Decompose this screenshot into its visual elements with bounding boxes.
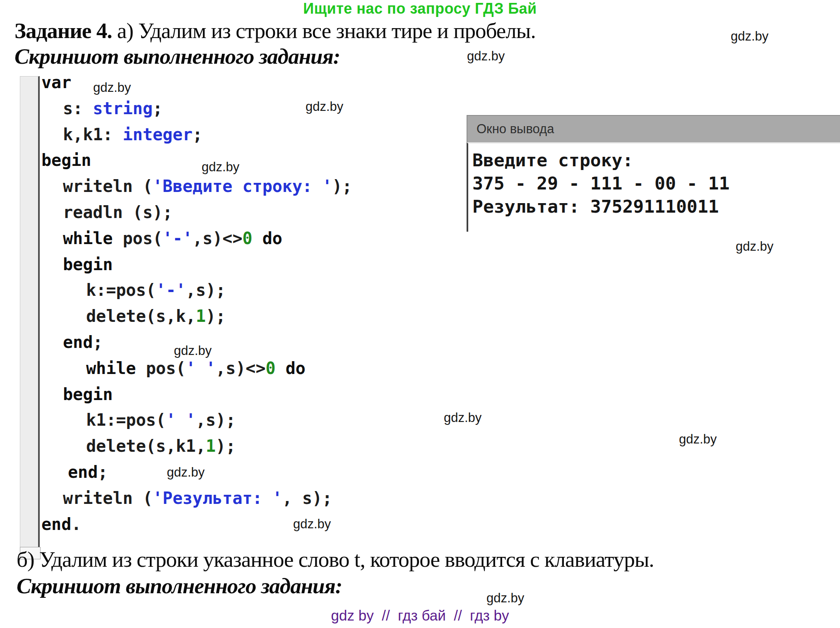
code-segment-k: end xyxy=(41,515,71,534)
code-line: delete(s,k,1); xyxy=(41,303,352,329)
code-segment-p: ; xyxy=(193,125,202,144)
code-segment-k: while xyxy=(86,359,136,378)
task-b-heading: б) Удалим из строки указанное слово t, к… xyxy=(17,547,654,572)
output-window-body: Введите строку:375 - 29 - 111 - 00 - 11Р… xyxy=(467,142,840,232)
code-segment-p: ,s)<> xyxy=(216,359,265,378)
gdzby-watermark: gdz.by xyxy=(486,591,524,606)
code-segment-p: k1:=pos( xyxy=(86,410,166,429)
output-line: Результат: 375291110011 xyxy=(472,195,840,218)
code-segment-s: integer xyxy=(123,125,193,144)
output-window-titlebar: Окно вывода xyxy=(467,115,840,142)
code-segment-p: ,s)<> xyxy=(193,229,242,248)
code-segment-p: pos( xyxy=(113,229,162,248)
gdzby-watermark: gdz.by xyxy=(306,99,343,114)
task-a-number: Задание 4. xyxy=(14,19,112,43)
code-line: k:=pos('-',s); xyxy=(41,277,352,303)
code-line: while pos(' ',s)<>0 do xyxy=(41,355,352,381)
code-segment-p: k,k1: xyxy=(63,125,123,144)
code-segment-k: begin xyxy=(41,151,91,170)
code-line: begin xyxy=(41,381,352,407)
code-segment-p: , s); xyxy=(282,489,332,508)
code-line: while pos('-',s)<>0 do xyxy=(41,225,352,252)
code-segment-p: ; xyxy=(98,463,108,482)
gdzby-watermark: gdz.by xyxy=(731,29,768,44)
code-segment-k: end xyxy=(68,463,98,482)
code-segment-s: '-' xyxy=(163,229,193,248)
code-gutter xyxy=(20,76,40,558)
code-line: readln (s); xyxy=(41,199,352,225)
code-segment-n: 1 xyxy=(196,307,206,326)
task-a-text: а) Удалим из строки все знаки тире и про… xyxy=(112,19,535,43)
code-segment-p: ; xyxy=(93,333,103,352)
gdzby-watermark: gdz.by xyxy=(93,80,131,95)
gdzby-watermark: gdz.by xyxy=(202,160,239,175)
code-segment-k: do xyxy=(286,359,306,378)
code-segment-n: 0 xyxy=(243,229,253,248)
output-line: Введите строку: xyxy=(472,149,840,172)
code-line: begin xyxy=(41,252,352,278)
code-segment-p: readln (s); xyxy=(63,203,173,222)
code-segment-p: . xyxy=(71,515,81,534)
code-segment-p: ; xyxy=(153,99,163,118)
gdzby-watermark: gdz.by xyxy=(736,239,773,254)
code-segment-n: 0 xyxy=(266,359,276,378)
code-segment-p xyxy=(253,229,262,248)
code-segment-s: '-' xyxy=(156,280,186,300)
code-segment-k: begin xyxy=(63,255,113,274)
screenshot-caption-b: Скриншот выполненного задания: xyxy=(17,573,342,598)
code-segment-n: 1 xyxy=(206,436,216,455)
code-segment-k: begin xyxy=(63,385,113,404)
code-segment-k: do xyxy=(262,229,282,248)
gdzby-watermark: gdz.by xyxy=(467,49,505,64)
code-segment-p: writeln ( xyxy=(63,489,153,508)
code-segment-p: delete(s,k1, xyxy=(86,436,206,455)
code-segment-s: string xyxy=(93,99,153,118)
code-line: k1:=pos(' ',s); xyxy=(41,407,352,433)
code-line: writeln ('Результат: ', s); xyxy=(41,485,352,511)
code-segment-p xyxy=(276,359,286,378)
code-segment-p: ); xyxy=(332,177,352,196)
gdzby-watermark: gdz.by xyxy=(293,517,331,532)
promo-banner: Ищите нас по запросу ГДЗ Бай xyxy=(0,0,840,17)
code-segment-p: delete(s,k, xyxy=(86,307,196,326)
footer-search-terms: gdz by // гдз бай // гдз by xyxy=(0,607,840,624)
code-segment-p: ,s); xyxy=(186,280,226,300)
output-line: 375 - 29 - 111 - 00 - 11 xyxy=(472,172,840,195)
code-segment-k: while xyxy=(63,229,113,248)
code-segment-s: ' ' xyxy=(166,410,196,429)
code-line: writeln ('Введите строку: '); xyxy=(41,173,352,199)
output-window: Окно вывода Введите строку:375 - 29 - 11… xyxy=(467,115,840,232)
code-segment-k: end xyxy=(63,333,93,352)
gdzby-watermark: gdz.by xyxy=(444,410,481,425)
code-segment-p: k:=pos( xyxy=(86,280,156,300)
code-line: begin xyxy=(41,147,352,173)
code-segment-p: ); xyxy=(206,307,226,326)
code-segment-p: writeln ( xyxy=(63,177,153,196)
code-segment-p: pos( xyxy=(136,359,185,378)
gdzby-watermark: gdz.by xyxy=(167,465,205,480)
gdzby-watermark: gdz.by xyxy=(174,343,212,358)
code-segment-k: var xyxy=(41,73,71,92)
code-segment-p: ); xyxy=(216,436,236,455)
code-segment-p: ,s); xyxy=(196,410,236,429)
code-segment-p: s: xyxy=(63,99,93,118)
task-a-heading: Задание 4. а) Удалим из строки все знаки… xyxy=(14,18,536,43)
code-segment-s: 'Введите строку: ' xyxy=(153,177,332,196)
gdzby-watermark: gdz.by xyxy=(679,432,717,447)
code-line: var xyxy=(41,70,352,96)
code-segment-s: 'Результат: ' xyxy=(153,489,282,508)
code-segment-s: ' ' xyxy=(186,359,216,378)
code-line: delete(s,k1,1); xyxy=(41,433,352,459)
code-line: k,k1: integer; xyxy=(41,122,352,148)
screenshot-caption-a: Скриншот выполненного задания: xyxy=(14,44,340,69)
